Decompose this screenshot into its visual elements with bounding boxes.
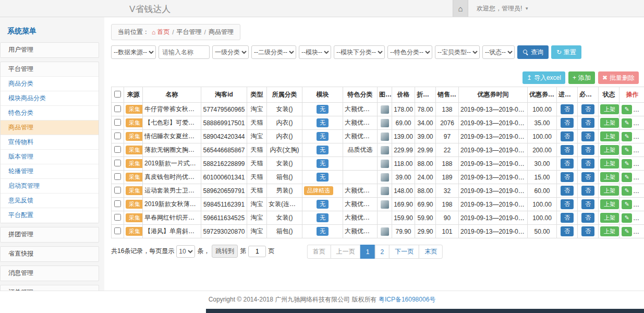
item-type-select[interactable]: --宝贝类型-- — [435, 45, 480, 59]
import-select-button[interactable]: 否 — [561, 186, 574, 196]
name-input[interactable] — [159, 45, 210, 59]
breadcrumb-item[interactable]: 平台管理 — [177, 28, 202, 37]
page-button[interactable]: 末页 — [419, 245, 443, 259]
sidebar-item[interactable]: 拼团管理 — [1, 227, 99, 242]
sidebar-item[interactable]: 平台管理 — [1, 62, 99, 77]
add-button[interactable]: + 添加 — [568, 71, 595, 84]
must-buy-button[interactable]: 否 — [581, 145, 594, 155]
sidebar-item[interactable]: 特色分类 — [1, 106, 99, 121]
row-checkbox[interactable] — [114, 119, 121, 126]
edit-button[interactable]: ✎ — [622, 105, 632, 114]
edit-button[interactable]: ✎ — [622, 132, 632, 141]
row-checkbox[interactable] — [114, 105, 121, 112]
row-checkbox[interactable] — [114, 200, 121, 207]
row-checkbox[interactable] — [114, 160, 121, 166]
coupon-time: 2019-09-13—2019-09-17 — [459, 211, 528, 225]
status-button[interactable]: 上架 — [600, 118, 619, 128]
must-buy-button[interactable]: 否 — [581, 226, 594, 236]
row-checkbox[interactable] — [114, 227, 121, 234]
sidebar-item[interactable]: 意见反馈 — [1, 194, 99, 208]
status-button[interactable]: 上架 — [600, 186, 619, 196]
import-select-button[interactable]: 否 — [561, 226, 574, 236]
must-buy-button[interactable]: 否 — [581, 172, 594, 182]
must-buy-button[interactable]: 否 — [581, 131, 594, 141]
level2-category-select[interactable]: --二级分类-- — [251, 45, 296, 59]
reset-button[interactable]: ↻ 重置 — [551, 45, 581, 59]
user-menu[interactable]: 欢迎您，管理员! ▼ — [468, 0, 537, 17]
page-button[interactable]: 上一页 — [331, 245, 361, 259]
status-button[interactable]: 上架 — [600, 199, 619, 209]
must-buy-button[interactable]: 否 — [581, 199, 594, 209]
data-source-select[interactable]: --数据来源-- — [111, 45, 156, 59]
must-buy-button[interactable]: 否 — [581, 159, 594, 168]
page-button[interactable]: 下一页 — [389, 245, 419, 259]
status-button[interactable]: 上架 — [600, 213, 619, 223]
module-select[interactable]: --模块-- — [299, 45, 331, 59]
sidebar-item[interactable]: 省直快报 — [1, 247, 99, 261]
import-select-button[interactable]: 否 — [561, 159, 574, 168]
sidebar-item[interactable]: 商品分类 — [1, 77, 99, 91]
must-buy-button[interactable]: 否 — [581, 213, 594, 223]
row-checkbox[interactable] — [114, 187, 121, 194]
page-button[interactable]: 2 — [375, 245, 390, 259]
jump-button[interactable]: 跳转到 — [212, 245, 238, 258]
breadcrumb-home-link[interactable]: ⌂首页 — [152, 28, 169, 37]
edit-button[interactable]: ✎ — [622, 118, 632, 128]
row-checkbox[interactable] — [114, 173, 121, 180]
edit-button[interactable]: ✎ — [622, 227, 632, 236]
edit-button[interactable]: ✎ — [622, 213, 632, 223]
sidebar-item[interactable]: 版本管理 — [1, 150, 99, 164]
sidebar-item[interactable]: 模块商品分类 — [1, 91, 99, 106]
column-header: 类型 — [247, 87, 267, 103]
import-select-button[interactable]: 否 — [561, 199, 574, 209]
status-button[interactable]: 上架 — [600, 172, 619, 182]
sidebar-item[interactable]: 消息管理 — [1, 266, 99, 281]
row-checkbox[interactable] — [114, 214, 121, 221]
sidebar-item-active[interactable]: 商品管理 — [1, 121, 99, 135]
page-number-input[interactable] — [248, 246, 266, 257]
home-button[interactable]: ⌂ — [453, 0, 468, 17]
import-select-button[interactable]: 否 — [561, 145, 574, 155]
edit-button[interactable]: ✎ — [622, 200, 632, 209]
import-select-button[interactable]: 否 — [561, 131, 574, 141]
edit-button[interactable]: ✎ — [622, 186, 632, 196]
import-excel-button[interactable]: ↥ 导入excel — [523, 71, 565, 84]
module-sub-category-select[interactable]: --模块下分类-- — [334, 45, 385, 59]
must-buy-button[interactable]: 否 — [581, 118, 594, 128]
taoke-id: 601000601341 — [201, 171, 247, 184]
level1-category-select[interactable]: 一级分类 — [212, 45, 249, 59]
status-button[interactable]: 上架 — [600, 145, 619, 155]
import-select-button[interactable]: 否 — [561, 104, 574, 114]
page-button[interactable]: 首页 — [307, 245, 331, 259]
sidebar-item[interactable]: 启动页管理 — [1, 179, 99, 194]
edit-button[interactable]: ✎ — [622, 159, 632, 168]
coupon-amount: 100.00 — [528, 130, 557, 143]
product-thumbnail — [381, 187, 389, 195]
per-page-select[interactable]: 10 — [176, 245, 195, 258]
import-select-button[interactable]: 否 — [561, 213, 574, 223]
row-checkbox[interactable] — [114, 133, 121, 139]
sidebar-item[interactable]: 平台配置 — [1, 208, 99, 223]
edit-button[interactable]: ✎ — [622, 146, 632, 155]
horizontal-scrollbar[interactable] — [206, 309, 644, 313]
sidebar-item[interactable]: 用户管理 — [1, 43, 99, 57]
status-button[interactable]: 上架 — [600, 226, 619, 236]
select-all-checkbox[interactable] — [114, 91, 121, 98]
edit-button[interactable]: ✎ — [622, 173, 632, 182]
sidebar-item[interactable]: 轮播管理 — [1, 164, 99, 179]
import-select-button[interactable]: 否 — [561, 172, 574, 182]
feature-category-select[interactable]: --特色分类-- — [387, 45, 432, 59]
sidebar-item[interactable]: 宣传物料 — [1, 135, 99, 150]
row-checkbox[interactable] — [114, 146, 121, 153]
status-button[interactable]: 上架 — [600, 104, 619, 114]
status-select[interactable]: --状态-- — [482, 45, 515, 59]
must-buy-button[interactable]: 否 — [581, 104, 594, 114]
icp-link[interactable]: 粤ICP备16098006号 — [379, 296, 435, 303]
batch-delete-button[interactable]: ✖ 批量删除 — [598, 71, 639, 84]
status-button[interactable]: 上架 — [600, 131, 619, 141]
status-button[interactable]: 上架 — [600, 159, 619, 168]
import-select-button[interactable]: 否 — [561, 118, 574, 128]
must-buy-button[interactable]: 否 — [581, 186, 594, 196]
query-button[interactable]: 查询 — [517, 45, 549, 59]
page-button[interactable]: 1 — [360, 245, 375, 259]
